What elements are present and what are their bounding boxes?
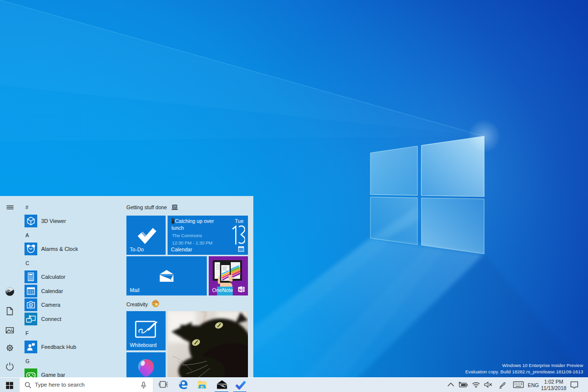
tile-label: Mail [130,287,140,293]
tray-touch-keyboard-button[interactable] [512,378,525,392]
tile-label: Calendar [171,246,192,252]
group-title: Creativity [126,301,148,307]
camera-icon [24,298,37,311]
tile-group-creativity: Creativity [126,300,159,307]
calendar-event-title: Catching up over lunch [172,218,218,231]
calendar-date-number [232,225,245,245]
tile-calendar[interactable]: Catching up over lunch The Commons 12:30… [168,216,248,255]
tile-photos-cat[interactable] [168,311,248,377]
battery-charging-icon [459,382,468,388]
app-label: Connect [41,316,61,322]
3d-viewer-icon [24,215,37,227]
action-center-button[interactable] [568,378,581,392]
pictures-icon [4,324,16,336]
task-view-icon [159,381,168,388]
app-row-calculator[interactable]: Calculator [0,270,118,284]
tile-onenote[interactable]: OneNote N [209,256,248,295]
calendar-event-time: 12:30 PM - 1:30 PM [172,239,213,246]
search-placeholder-text: Type here to search [35,382,85,388]
windows-start-icon [0,378,19,392]
taskbar-edge-button[interactable] [173,378,192,392]
tray-volume-button[interactable] [482,378,494,392]
app-label: Camera [41,302,60,308]
app-section-hash[interactable]: # [25,204,28,210]
taskbar-search-box[interactable]: Type here to search [19,378,153,392]
group-title: Getting stuff done [126,204,167,210]
wifi-icon [472,382,480,388]
menu-hamburger-button[interactable] [4,201,16,213]
tile-label: Whiteboard [130,342,157,348]
tile-label: To-Do [130,246,144,252]
tray-battery-button[interactable] [457,378,469,392]
taskbar: Type here to search [0,377,588,392]
tray-wifi-button[interactable] [470,378,482,392]
clock-time: 1:02 PM [539,379,568,385]
tray-show-hidden-button[interactable] [445,378,457,392]
clock-date: 11/13/2018 [539,385,568,392]
laptop-emoji [171,204,178,210]
app-row-feedback-hub[interactable]: Feedback Hub [0,340,118,354]
search-icon [24,382,31,389]
taskbar-file-explorer-button[interactable] [193,378,212,392]
app-label: Alarms & Clock [41,246,78,252]
tile-label: OneNote [212,287,233,293]
feedback-hub-icon [24,341,37,353]
app-label: Feedback Hub [41,344,76,350]
taskbar-todo-button[interactable] [231,378,250,392]
app-row-camera[interactable]: Camera [0,298,118,312]
app-row-calendar[interactable]: Calendar [0,284,118,298]
microphone-icon[interactable] [141,382,147,389]
chevron-up-icon [447,382,454,387]
palette-emoji [152,300,159,307]
watermark-line1: Windows 10 Enterprise Insider Preview [466,362,583,368]
edge-icon [178,380,188,389]
app-label: Calendar [41,288,63,294]
app-row-alarms[interactable]: Alarms & Clock [0,242,118,256]
touch-keyboard-icon [513,381,524,388]
tile-paint3d-partial[interactable] [126,352,166,377]
watermark-line2: Evaluation copy. Build 18282.rs_prerelea… [466,368,583,375]
cat-photo [168,311,248,377]
tile-group-getting-stuff-done: Getting stuff done [126,204,178,210]
evaluation-watermark: Windows 10 Enterprise Insider Preview Ev… [466,362,583,375]
pictures-button[interactable] [4,324,16,336]
connect-icon [24,313,37,325]
alarms-clock-icon [24,243,37,255]
calendar-event-location: The Commons [172,232,202,239]
lunch-emoji [172,218,174,224]
onenote-logo-icon: N [238,286,245,293]
svg-text:N: N [239,288,241,292]
calendar-date-13-glyph [232,225,245,245]
event-title-text: Catching up over lunch [172,218,214,231]
calculator-icon [24,270,37,283]
app-section-g[interactable]: G [25,358,29,364]
file-explorer-icon [197,380,207,389]
hamburger-icon [4,201,16,213]
calendar-mini-icon [238,246,244,252]
calendar-app-icon [24,285,37,297]
mail-taskbar-icon [217,380,227,389]
app-section-c[interactable]: C [25,260,29,266]
taskbar-mail-button[interactable] [213,378,231,392]
calendar-day-abbrev: Tue [235,218,244,224]
app-label: 3D Viewer [41,218,66,224]
tray-language-button[interactable]: ENG [528,378,539,392]
tile-mail[interactable]: Mail [126,256,207,295]
tile-whiteboard[interactable]: Whiteboard [126,311,166,350]
tile-todo[interactable]: To-Do [126,216,166,255]
action-center-icon [570,381,578,389]
start-menu: # 3D Viewer A Alarms & Clock C [0,196,253,377]
app-label: Calculator [41,274,66,280]
tray-pen-button[interactable] [496,378,509,392]
language-label: ENG [528,382,539,388]
pen-icon [499,381,506,389]
task-view-button[interactable] [154,378,172,392]
app-section-a[interactable]: A [25,232,29,238]
todo-taskbar-icon [235,380,246,390]
app-row-connect[interactable]: Connect [0,312,118,326]
app-section-f[interactable]: F [25,330,28,336]
tray-clock-button[interactable]: 1:02 PM 11/13/2018 [539,379,568,392]
app-row-3d-viewer[interactable]: 3D Viewer [0,214,118,228]
start-button[interactable] [0,378,19,392]
paint3d-balloon-icon [126,352,166,377]
